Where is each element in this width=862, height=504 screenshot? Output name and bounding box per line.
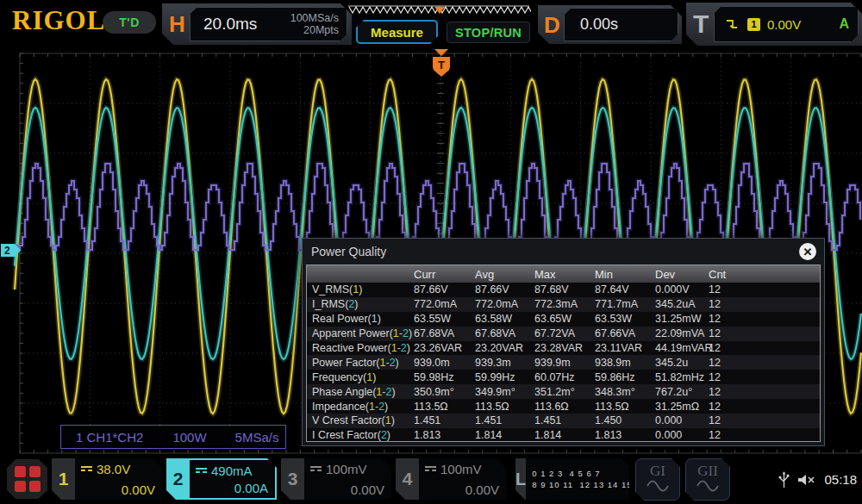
falling-edge-icon (725, 17, 739, 31)
math-rate-label: 5MSa/s (235, 430, 279, 445)
measurement-value: 63.65W (533, 312, 593, 327)
speaker-muted-icon[interactable] (797, 473, 816, 487)
close-icon[interactable]: ✕ (799, 243, 816, 260)
channel-offset: 0.00V (81, 482, 155, 497)
measurement-value: 12 (707, 428, 820, 442)
timebase-overview-strip[interactable] (348, 5, 531, 18)
dc-coupling-icon (425, 466, 436, 473)
measurement-name: Apparent Power(1-2) (307, 327, 412, 341)
measurement-name: V_RMS(1) (307, 283, 412, 297)
measurement-value: 12 (707, 312, 820, 327)
top-status-bar: RIGOL T'D H 20.0ms 100MSa/s 20Mpts Measu… (0, 0, 862, 47)
measurement-value: 349.9m° (473, 384, 533, 399)
math-channel-label[interactable]: 1 CH1*CH2 100W 5MSa/s (60, 425, 286, 449)
table-row: Power Factor(1-2)939.0m939.3m939.9m938.9… (307, 355, 820, 370)
measurement-value: 12 (707, 384, 820, 399)
channel-4-number: 4 (396, 458, 419, 500)
measurement-value: 113.6Ω (533, 399, 593, 414)
measurement-value: 63.53W (593, 312, 653, 327)
channel-4-badge[interactable]: 4100mV0.00V (396, 458, 506, 500)
generator1-button[interactable]: GI (635, 458, 680, 501)
measurement-value: 23.11VAR (593, 341, 653, 356)
dc-coupling-icon (81, 466, 92, 473)
horizontal-settings-tab[interactable]: H 20.0ms 100MSa/s 20Mpts (162, 3, 352, 45)
channel-1-badge[interactable]: 138.0V0.00V (52, 458, 162, 500)
acquisition-info: 100MSa/s 20Mpts (290, 12, 339, 36)
measurement-value: 22.09mVA (653, 327, 707, 341)
sample-rate: 100MSa/s (290, 12, 339, 24)
measurement-value: 63.58W (473, 312, 533, 327)
measurement-value: 59.86Hz (593, 370, 653, 384)
table-row: Apparent Power(1-2)67.68VA67.68VA67.72VA… (307, 327, 820, 341)
measurement-value: 0.000V (653, 283, 707, 297)
trigger-panel[interactable]: 1 0.00V A (714, 6, 859, 42)
measurement-value: 12 (707, 327, 820, 341)
trigger-status-badge: T'D (103, 11, 156, 34)
delay-settings-tab[interactable]: D 0.00s (538, 5, 682, 44)
measurement-value: 1.451 (473, 414, 533, 428)
math-source-label: 1 CH1*CH2 (76, 430, 143, 445)
bottom-status-bar: 138.0V0.00V2490mA0.00A3100mV0.00V4100mV0… (0, 455, 862, 504)
measurement-value: 1.813 (412, 428, 473, 442)
measure-button[interactable]: Measure (356, 20, 438, 44)
col-header-Max: Max (533, 265, 593, 283)
channel-offset: 0.00A (196, 481, 268, 495)
trigger-level-value: 0.00V (767, 17, 801, 32)
timebase-value: 20.0ms (203, 15, 257, 34)
delay-value: 0.00s (580, 16, 618, 34)
measurement-value: 23.28VAR (533, 341, 593, 356)
ch2-ground-marker[interactable]: 2 (1, 244, 21, 257)
rigol-logo: RIGOL (12, 5, 105, 36)
col-header-Cnt: Cnt (707, 265, 820, 283)
timebase-panel[interactable]: 20.0ms 100MSa/s 20Mpts (190, 7, 347, 41)
measurement-value: 67.68VA (412, 327, 473, 341)
table-header-row: CurrAvgMaxMinDevCnt (307, 265, 820, 283)
table-row: Impedance(1-2)113.5Ω113.5Ω113.6Ω113.5Ω31… (307, 399, 820, 414)
measurement-value: 0.000 (653, 428, 707, 442)
channel-2-badge[interactable]: 2490mA0.00A (166, 458, 277, 500)
logic-label: L (515, 458, 526, 500)
channel-scale: 38.0V (97, 462, 130, 476)
measurement-value: 87.66V (412, 283, 473, 297)
table-row: I_RMS(2)772.0mA772.0mA772.3mA771.7mA345.… (307, 297, 820, 312)
measurement-value: 939.9m (533, 355, 593, 370)
measurement-value: 1.450 (593, 414, 653, 428)
measurement-value: 23.26VAR (412, 341, 473, 356)
generator2-button[interactable]: GII (685, 458, 730, 501)
sine-wave-icon (646, 480, 669, 492)
memory-depth: 20Mpts (303, 24, 339, 36)
delay-panel[interactable]: 0.00s (564, 8, 678, 41)
measurement-value: 772.0mA (412, 297, 473, 312)
table-row: Real Power(1)63.55W63.58W63.65W63.53W31.… (307, 312, 820, 327)
measurement-value: 31.25mW (653, 312, 707, 327)
measurement-value: 767.2u° (653, 384, 707, 399)
menu-button[interactable] (7, 459, 47, 499)
trigger-position-marker[interactable]: T (429, 47, 453, 78)
table-row: I Crest Factor(2)1.8131.8141.8141.8130.0… (307, 428, 820, 442)
logic-channels-badge[interactable]: L 0 1 2 3 4 5 6 7 8 9 10 11 12 13 14 15 (515, 458, 629, 500)
measurement-name: Reactive Power(1-2) (307, 341, 412, 356)
measurement-table: CurrAvgMaxMinDevCnt V_RMS(1)87.66V87.66V… (307, 265, 820, 442)
power-quality-dialog: Power Quality ✕ CurrAvgMaxMinDevCnt V_RM… (302, 238, 825, 446)
measurement-value: 113.5Ω (593, 399, 653, 414)
measurement-value: 1.814 (533, 428, 593, 442)
measurement-value: 771.7mA (593, 297, 653, 312)
measurement-value: 1.814 (473, 428, 533, 442)
table-row: Reactive Power(1-2)23.26VAR23.20VAR23.28… (307, 341, 820, 356)
stop-run-button[interactable]: STOP/RUN (447, 22, 530, 43)
measurement-value: 87.68V (533, 283, 593, 297)
trigger-settings-tab[interactable]: T 1 0.00V A (686, 3, 862, 46)
measurement-value: 0.000 (653, 414, 707, 428)
dc-coupling-icon (310, 466, 322, 473)
measurement-name: Power Factor(1-2) (307, 355, 412, 370)
measurement-value: 345.2u (653, 355, 707, 370)
measurement-value: 939.3m (473, 355, 533, 370)
sine-wave-icon (696, 480, 719, 492)
generator2-label: GII (697, 463, 718, 479)
measurement-name: I Crest Factor(2) (307, 428, 412, 442)
measurement-value: 67.68VA (473, 327, 533, 341)
channel-3-badge[interactable]: 3100mV0.00V (281, 458, 391, 500)
table-row: V Crest Factor(1)1.4511.4511.4511.4500.0… (307, 414, 820, 428)
col-header-Min: Min (593, 265, 653, 283)
measurement-value: 12 (707, 283, 820, 297)
